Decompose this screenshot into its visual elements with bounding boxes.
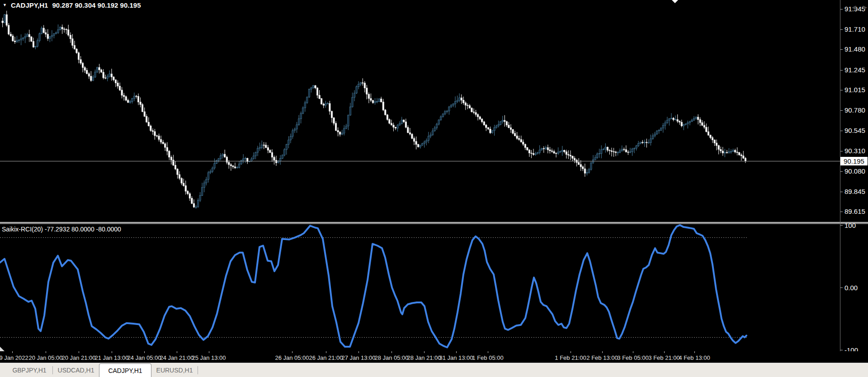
candle-body: [687, 123, 689, 124]
candle-body: [658, 130, 660, 131]
indicator-header: Saikix-RCI(20) -77.2932 80.0000 -80.0000: [2, 226, 121, 233]
candle-body: [189, 194, 190, 198]
candle-body: [333, 118, 335, 123]
candle-body: [708, 132, 709, 135]
candle-body: [683, 125, 684, 126]
time-axis-tick: [177, 351, 177, 353]
candle-body: [123, 95, 125, 97]
candle-body: [115, 80, 116, 83]
candle-body: [261, 145, 263, 148]
rci-line: [0, 225, 746, 348]
candle-body: [722, 151, 723, 153]
candle-body: [495, 126, 497, 127]
candle-body: [337, 131, 339, 132]
candle-body: [638, 143, 639, 146]
chart-shift-marker-icon[interactable]: [672, 0, 678, 3]
tab-cadjpy-h1[interactable]: CADJPY,H1: [99, 363, 151, 377]
candle-body: [512, 129, 514, 133]
candle-body: [648, 143, 649, 143]
price-axis-tick: [840, 90, 843, 90]
price-axis-label: 91.480: [844, 45, 865, 53]
price-axis[interactable]: 91.94591.71091.48091.24591.01590.78090.5…: [840, 0, 868, 363]
tab-scroll-right-icon[interactable]: ▶: [863, 4, 867, 11]
candle-body: [703, 125, 705, 127]
candle-body: [290, 137, 291, 140]
tab-scroll-left-icon[interactable]: ◀: [852, 4, 856, 11]
tab-usdcad-h1[interactable]: USDCAD,H1: [53, 363, 99, 377]
candle-body: [325, 104, 326, 105]
indicator-panel[interactable]: [0, 224, 840, 351]
candlestick-panel[interactable]: [0, 0, 840, 222]
candle-body: [675, 120, 676, 120]
candle-body: [222, 154, 223, 156]
candle-body: [545, 147, 547, 149]
candle-body: [516, 136, 518, 139]
price-axis-tick: [840, 29, 843, 30]
candle-body: [551, 151, 552, 151]
candle-body: [158, 136, 160, 140]
time-axis-label: 4 Feb 13:00: [679, 354, 710, 361]
candle-body: [218, 159, 219, 160]
time-axis-label: 31 Jan 13:00: [439, 354, 473, 361]
indicator-axis-tick: [840, 225, 843, 226]
indicator-axis-tick: [840, 287, 843, 288]
candle-body: [144, 112, 145, 116]
candle-body: [461, 98, 462, 100]
candle-body: [202, 188, 203, 196]
candle-body: [129, 102, 131, 103]
symbol-period-label: CADJPY,H1: [11, 1, 48, 9]
candle-body: [607, 147, 608, 151]
candle-body: [695, 117, 697, 118]
candle-body: [234, 167, 236, 168]
candle-body: [82, 63, 84, 68]
candle-body: [739, 152, 740, 155]
candle-body: [137, 96, 139, 102]
tab-gbpjpy-h1[interactable]: GBPJPY,H1: [6, 363, 52, 377]
candle-body: [436, 124, 437, 128]
candle-body: [286, 144, 287, 150]
candle-body: [166, 147, 168, 151]
candle-body: [315, 85, 316, 88]
candle-body: [4, 14, 5, 23]
candle-body: [588, 170, 590, 173]
price-axis-label: 89.615: [844, 207, 865, 215]
candle-body: [335, 123, 336, 131]
candle-body: [691, 120, 693, 122]
tab-eurusd-h1[interactable]: EURUSD,H1: [151, 363, 198, 377]
candle-body: [566, 152, 567, 155]
candle-body: [214, 164, 215, 168]
candle-body: [389, 119, 390, 123]
price-axis-label: 91.015: [844, 86, 865, 94]
time-axis-tick: [326, 351, 326, 353]
candle-body: [88, 74, 90, 76]
price-axis-tick: [840, 131, 843, 131]
candle-body: [597, 154, 598, 157]
candle-body: [152, 131, 153, 132]
candle-body: [311, 88, 312, 90]
candle-body: [710, 135, 711, 137]
candle-body: [24, 36, 26, 38]
candle-body: [527, 147, 528, 150]
candle-body: [621, 149, 623, 151]
price-axis-tick: [840, 151, 843, 151]
candle-body: [8, 25, 9, 34]
candle-body: [465, 103, 466, 105]
candle-body: [259, 148, 260, 148]
candle-body: [374, 102, 376, 103]
time-axis-tick: [633, 351, 633, 353]
candle-body: [494, 127, 495, 131]
candle-body: [37, 41, 38, 47]
candle-body: [732, 150, 734, 151]
candle-body: [541, 148, 542, 150]
time-axis-tick: [46, 351, 46, 353]
candle-body: [177, 169, 178, 174]
candle-body: [191, 198, 193, 204]
indicator-name: Saikix-RCI(20): [2, 226, 43, 233]
time-axis[interactable]: 19 Jan 202220 Jan 05:0020 Jan 21:0021 Ja…: [0, 351, 868, 363]
candle-body: [302, 108, 304, 113]
candle-body: [100, 70, 102, 72]
candle-body: [693, 118, 694, 120]
candle-body: [498, 125, 499, 126]
chart-dropdown-icon[interactable]: ▼: [3, 2, 7, 9]
time-axis-label: 19 Jan 2022: [0, 354, 28, 361]
